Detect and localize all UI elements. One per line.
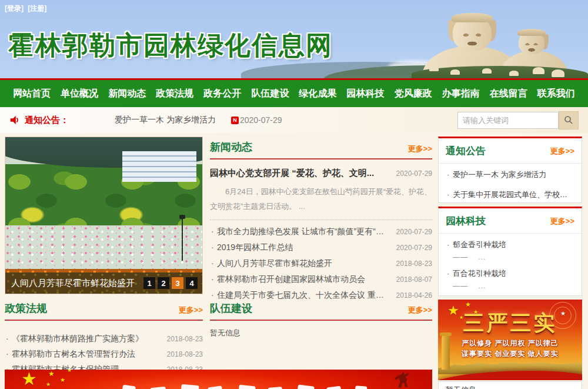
nav-item-contact[interactable]: 联系我们 [537,88,575,100]
nav-item-gov-affairs[interactable]: 政务公开 [203,88,241,100]
yurt-decoration [509,71,519,76]
tech-item-sub: —— ... [453,252,574,262]
team-section: 队伍建设 更多>> 暂无信息 [210,301,432,338]
carousel-photo-building [122,151,196,182]
site-header: [登录] [注册] 霍林郭勒市园林绿化信息网 [0,0,588,78]
bottom-red-banner[interactable]: ★ ★ ★ ★ ★ [5,370,432,389]
carousel-page-3-active[interactable]: 3 [172,277,183,289]
news-link[interactable]: 我市全力助推绿色发展 让城市有“颜值”更有“气质” [210,227,392,237]
policy-header: 政策法规 更多>> [5,301,203,321]
yurt-decoration [482,68,492,74]
tech-link[interactable]: 郁金香引种栽培 [446,237,574,252]
news-more-link[interactable]: 更多>> [408,144,432,154]
yurt-decoration [533,67,544,74]
carousel-page-4[interactable]: 4 [186,277,198,289]
yurt-decoration [552,69,564,77]
carousel-caption-bar: 人间八月芳菲尽霍市鲜花始盛开 1 2 3 4 [5,272,203,294]
login-link[interactable]: [登录] [5,4,24,12]
featured-news-date: 2020-07-29 [396,169,432,178]
register-link[interactable]: [注册] [28,4,46,12]
statue-silhouette [392,372,412,389]
carousel-photo-flower-field [5,225,203,271]
garden-tech-box: 园林科技 更多>> 郁金香引种栽培 —— ... 百合花引种栽培 —— ... [438,207,582,296]
nav-item-team[interactable]: 队伍建设 [251,88,289,100]
banner-line2: 谋事要实 创业要实 做人要实 [438,349,582,359]
search-input[interactable] [457,112,559,129]
news-list: 我市全力助推绿色发展 让城市有“颜值”更有“气质” 2020-07-29 201… [210,220,432,303]
nav-item-message[interactable]: 在线留言 [490,88,527,100]
garden-tech-header: 园林科技 更多>> [439,208,582,234]
notices-more-link[interactable]: 更多>> [550,146,574,157]
carousel-photo-pole [182,218,183,261]
notice-link[interactable]: 关于集中开展花园式单位、学校、工厂... [446,186,574,204]
nav-item-party[interactable]: 党风廉政 [395,88,432,100]
star-icon: ★ [60,377,65,383]
news-date: 2018-08-07 [396,275,432,284]
nav-item-greening[interactable]: 绿化成果 [299,88,336,100]
carousel-photo-building [5,155,36,178]
policy-title: 政策法规 [5,301,47,315]
login-bar: [登录] [注册] [5,4,49,14]
calligraphy-decoration [326,386,342,389]
new-badge-icon: N [231,117,239,124]
news-list-item: 我市全力助推绿色发展 让城市有“颜值”更有“气质” 2020-07-29 [210,224,432,240]
speaker-icon [9,115,20,125]
policy-more-link[interactable]: 更多>> [179,305,203,315]
nav-item-news[interactable]: 新闻动态 [108,88,146,100]
star-icon: ★ [48,370,55,378]
calligraphy-decoration [150,387,166,389]
team-header: 队伍建设 更多>> [210,301,432,321]
team-title: 队伍建设 [210,301,252,315]
news-date: 2020-07-29 [396,228,432,236]
policy-section: 政策法规 更多>> 《霍林郭勒市林荫路推广实施方案》 2018-08-23 霍林… [5,301,203,377]
notice-announcement-link[interactable]: 爱护一草一木 为家乡增活力 [115,115,216,125]
calligraphy-decoration [122,385,136,389]
carousel-page-2[interactable]: 2 [158,277,169,289]
notice-link[interactable]: 爱护一草一木 为家乡增活力 [446,166,574,184]
calligraphy-decoration [297,384,315,389]
news-link[interactable]: 人间八月芳菲尽霍市鲜花始盛开 [210,258,332,269]
nav-item-guide[interactable]: 办事指南 [442,88,480,100]
news-list-item: 霍林郭勒市召开创建国家园林城市动员会 2018-08-07 [210,271,432,287]
featured-news: 园林中心党支部开展 “爱花、护花、文明... 2020-07-29 [210,168,432,179]
yurt-decoration [450,69,460,75]
calligraphy-decoration [238,385,256,389]
news-list-item: 2019年园林工作总结 2020-07-29 [210,240,432,255]
photo-carousel[interactable]: 人间八月芳菲尽霍市鲜花始盛开 1 2 3 4 [5,137,203,294]
carousel-page-1[interactable]: 1 [143,277,155,289]
calligraphy-decoration [355,385,368,389]
banner-line1: 严以修身 严以用权 严以律己 [438,338,582,348]
news-link[interactable]: 2019年园林工作总结 [210,242,293,253]
banner-title: 三严三实 [438,309,582,338]
news-link[interactable]: 霍林郭勒市召开创建国家园林城市动员会 [210,274,365,285]
statue-cap [517,29,546,36]
nav-item-policy[interactable]: 政策法规 [156,88,193,100]
news-date: 2018-04-26 [396,291,432,300]
news-link[interactable]: 住建局关于市委七届九次、十次全体会议 重点工作任... [210,290,392,301]
main-nav: 网站首页 单位概况 新闻动态 政策法规 政务公开 队伍建设 绿化成果 园林科技 … [0,78,588,107]
garden-tech-more-link[interactable]: 更多>> [550,216,574,227]
news-section: 新闻动态 更多>> 园林中心党支部开展 “爱花、护花、文明... 2020-07… [210,140,432,303]
nav-item-tech[interactable]: 园林科技 [347,88,385,100]
tech-link[interactable]: 百合花引种栽培 [446,266,574,281]
nav-item-home[interactable]: 网站首页 [13,88,51,100]
policy-link[interactable]: 霍林郭勒市古树名木管理暂行办法 [5,349,135,360]
notice-bar: 通知公告： 爱护一草一木 为家乡增活力 N 2020-07-29 [0,107,588,133]
news-list-item: 人间八月芳菲尽霍市鲜花始盛开 2018-08-23 [210,255,432,271]
nav-item-about[interactable]: 单位概况 [61,88,98,100]
search-button[interactable] [559,111,579,129]
empty-text: 暂无信息 [446,385,476,389]
star-icon: ★ [46,381,51,387]
carousel-caption[interactable]: 人间八月芳菲尽霍市鲜花始盛开 [11,278,143,289]
policy-link[interactable]: 《霍林郭勒市林荫路推广实施方案》 [5,334,143,344]
team-more-link[interactable]: 更多>> [408,305,432,315]
featured-news-summary[interactable]: 6月24日，园林中心党支部在敖包山芍药园开展“爱花、护花、文明赏花”主题党日活动… [210,185,432,214]
notice-date: 2020-07-29 [240,115,282,125]
news-date: 2020-07-29 [396,244,432,252]
featured-news-title[interactable]: 园林中心党支部开展 “爱花、护花、文明... [210,168,374,179]
yurt-decoration [429,66,439,71]
search-bar [457,111,579,129]
search-icon [564,115,573,125]
site-title: 霍林郭勒市园林绿化信息网 [8,28,333,63]
three-stricts-banner[interactable]: ★ ★ ★ ★ ★ 三严三实 严以修身 严以用权 严以律己 谋事要实 创业要实 … [438,300,582,380]
